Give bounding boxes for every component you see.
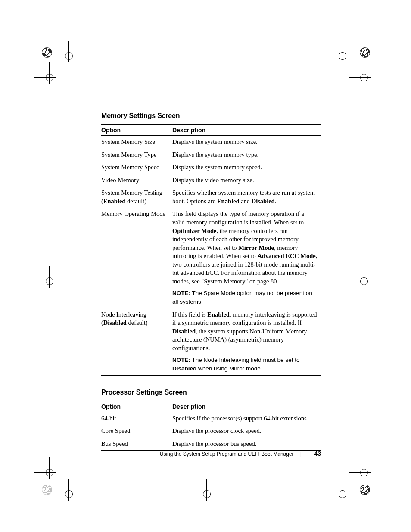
note-text: The Node Interleaving field must be set … — [172, 357, 299, 372]
options-table: OptionDescriptionSystem Memory SizeDispl… — [101, 124, 321, 376]
description-cell: Specifies if the processor(s) support 64… — [172, 412, 321, 425]
registration-rosette-icon — [42, 47, 52, 58]
table-row: Video MemoryDisplays the video memory si… — [101, 174, 321, 187]
note-block: NOTE: The Spare Mode option may not be p… — [172, 289, 318, 306]
option-cell: Video Memory — [101, 174, 172, 187]
option-cell: Core Speed — [101, 425, 172, 438]
registration-rosette-icon — [360, 47, 370, 58]
default-value: Enabled — [103, 198, 126, 205]
note-text: The Spare Mode option may not be present… — [172, 290, 312, 305]
emphasis-text: Disabled — [252, 198, 275, 205]
section-heading: Processor Settings Screen — [101, 389, 321, 396]
description-cell: Specifies whether system memory tests ar… — [172, 187, 321, 208]
option-cell: 64-bit — [101, 412, 172, 425]
column-header-option: Option — [101, 124, 172, 136]
crop-mark-icon — [349, 457, 379, 488]
table-row: System Memory SpeedDisplays the system m… — [101, 161, 321, 174]
emphasis-text: Advanced ECC Mode — [257, 252, 315, 259]
default-value: Disabled — [103, 319, 127, 326]
description-cell: If this field is Enabled, memory interle… — [172, 308, 321, 375]
crop-mark-icon — [349, 266, 379, 296]
option-cell: Memory Operating Mode — [101, 208, 172, 308]
page-footer: Using the System Setup Program and UEFI … — [101, 450, 321, 457]
description-cell: Displays the processor clock speed. — [172, 425, 321, 438]
table-row: Node Interleaving(Disabled default)If th… — [101, 308, 321, 375]
option-cell: Node Interleaving(Disabled default) — [101, 308, 172, 375]
crop-mark-icon — [34, 457, 65, 488]
column-header-description: Description — [172, 124, 321, 136]
page-content: Memory Settings ScreenOptionDescriptionS… — [101, 112, 321, 464]
note-label: NOTE: — [172, 357, 190, 363]
table-row: System Memory Testing(Enabled default)Sp… — [101, 187, 321, 208]
table-row: 64-bitSpecifies if the processor(s) supp… — [101, 412, 321, 425]
description-cell: Displays the video memory size. — [172, 174, 321, 187]
option-cell: System Memory Testing(Enabled default) — [101, 187, 172, 208]
table-row: System Memory TypeDisplays the system me… — [101, 149, 321, 162]
option-cell: Bus Speed — [101, 438, 172, 451]
option-cell: System Memory Type — [101, 149, 172, 162]
footer-separator: | — [299, 451, 301, 457]
note-label: NOTE: — [172, 290, 190, 296]
description-cell: Displays the processor bus speed. — [172, 438, 321, 451]
option-cell: System Memory Speed — [101, 161, 172, 174]
emphasis-text: Disabled — [172, 328, 196, 335]
footer-text: Using the System Setup Program and UEFI … — [160, 451, 294, 457]
crop-mark-icon — [192, 479, 222, 509]
emphasis-text: Enabled — [207, 311, 230, 318]
description-cell: This field displays the type of memory o… — [172, 208, 321, 308]
table-row: Memory Operating ModeThis field displays… — [101, 208, 321, 308]
table-row: Core SpeedDisplays the processor clock s… — [101, 425, 321, 438]
description-cell: Displays the system memory type. — [172, 149, 321, 162]
emphasis-text: Mirror Mode — [238, 244, 274, 251]
section-heading: Memory Settings Screen — [101, 112, 321, 120]
note-block: NOTE: The Node Interleaving field must b… — [172, 356, 318, 373]
column-header-description: Description — [172, 401, 321, 412]
column-header-option: Option — [101, 401, 172, 412]
page-number: 43 — [314, 450, 321, 457]
crop-mark-icon — [34, 62, 65, 93]
table-row: Bus SpeedDisplays the processor bus spee… — [101, 438, 321, 451]
description-cell: Displays the system memory speed. — [172, 161, 321, 174]
options-table: OptionDescription64-bitSpecifies if the … — [101, 401, 321, 451]
table-row: System Memory SizeDisplays the system me… — [101, 136, 321, 149]
emphasis-text: Disabled — [172, 365, 196, 372]
option-cell: System Memory Size — [101, 136, 172, 149]
crop-mark-icon — [34, 266, 65, 296]
crop-mark-icon — [349, 62, 379, 93]
description-cell: Displays the system memory size. — [172, 136, 321, 149]
emphasis-text: Optimizer Mode — [172, 227, 216, 234]
emphasis-text: Enabled — [217, 198, 240, 205]
